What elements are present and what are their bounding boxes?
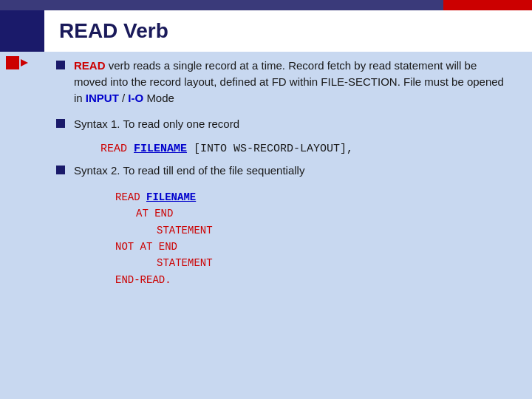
code2-statement1: STATEMENT [157, 225, 213, 236]
bullet-square-1 [56, 61, 65, 69]
read-keyword-1: READ [74, 59, 106, 72]
left-accent [0, 10, 44, 52]
code2-line1: READ FILENAME [115, 189, 513, 205]
input-keyword: INPUT [86, 92, 119, 104]
bullet-square-2 [56, 119, 65, 128]
bullet-item-1: READ verb reads a single record at a tim… [56, 58, 513, 106]
code2-not-at-end: NOT AT END [115, 241, 177, 253]
bullet1-text-b: Mode [146, 92, 174, 104]
code2-at-end: AT END [136, 208, 173, 219]
slide-title: READ Verb [59, 19, 168, 43]
code1-read: READ [100, 143, 134, 155]
top-bar-red [443, 0, 532, 10]
top-bar-blue [0, 0, 443, 10]
bullet-text-2: Syntax 1. To read only one record [74, 116, 239, 132]
bullet-text-3: Syntax 2. To read till end of the file s… [74, 163, 304, 179]
bullet-square-3 [56, 166, 65, 174]
bullet-text-1: READ verb reads a single record at a tim… [74, 58, 513, 106]
code2-line3: STATEMENT [115, 222, 513, 239]
code2-line4: NOT AT END [115, 239, 513, 255]
code-block-1: READ FILENAME [INTO WS-RECORD-LAYOUT], [100, 143, 513, 155]
red-square-icon [6, 56, 19, 69]
code2-line5: STATEMENT [115, 255, 513, 271]
bullet-item-3: Syntax 2. To read till end of the file s… [56, 163, 513, 179]
code2-end-read: END-READ. [115, 274, 171, 286]
code2-statement2: STATEMENT [157, 257, 213, 269]
code2-line2: AT END [115, 205, 513, 222]
arrow-icon [21, 59, 28, 66]
code2-read: READ [115, 191, 146, 203]
top-bar [0, 0, 532, 10]
content-area: READ verb reads a single record at a tim… [44, 52, 525, 392]
code2-filename: FILENAME [146, 191, 196, 203]
bullet-item-2: Syntax 1. To read only one record [56, 116, 513, 132]
io-keyword: I-O [128, 92, 143, 104]
code1-filename: FILENAME [134, 143, 187, 155]
code2-line6: END-READ. [115, 272, 513, 288]
slide-container: READ Verb READ verb reads a single recor… [0, 0, 532, 399]
code1-suffix: [INTO WS-RECORD-LAYOUT], [187, 143, 353, 155]
title-box: READ Verb [44, 10, 532, 52]
code-block-2: READ FILENAME AT END STATEMENT NOT AT EN… [115, 189, 513, 288]
